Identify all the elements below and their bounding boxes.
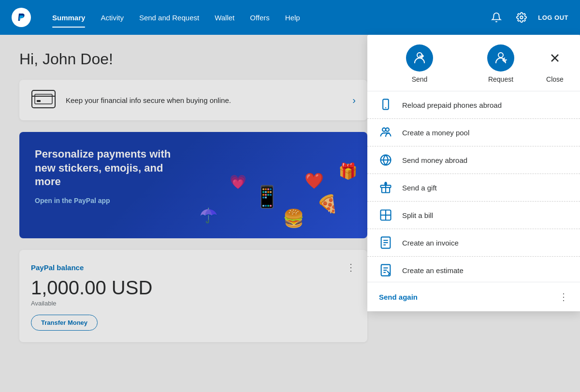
menu-item-text-split-bill: Split a bill — [402, 211, 433, 219]
menu-item-text-money-pool: Create a money pool — [402, 129, 469, 137]
nav-links: Summary Activity Send and Request Wallet… — [46, 10, 488, 26]
svg-point-6 — [498, 53, 503, 58]
request-label: Request — [488, 75, 513, 83]
send-again-menu-button[interactable]: ⋮ — [559, 291, 568, 303]
svg-point-10 — [385, 107, 386, 108]
settings-button[interactable] — [513, 9, 530, 26]
menu-item-reload-phones[interactable]: Reload prepaid phones abroad — [367, 91, 580, 119]
request-icon-circle — [487, 44, 514, 72]
globe-icon — [379, 153, 392, 167]
svg-point-0 — [521, 16, 523, 19]
people-icon — [379, 126, 392, 139]
menu-item-text-create-invoice: Create an invoice — [402, 239, 459, 247]
svg-point-12 — [386, 128, 389, 131]
svg-point-5 — [417, 53, 422, 58]
menu-item-split-bill[interactable]: Split a bill — [367, 202, 580, 229]
gift-icon — [379, 181, 392, 194]
send-icon-circle — [406, 44, 433, 72]
notifications-button[interactable] — [488, 9, 505, 26]
nav-right: LOG OUT — [488, 9, 568, 26]
nav-help[interactable]: Help — [279, 10, 306, 26]
request-action[interactable]: Request — [460, 44, 541, 83]
menu-item-create-invoice[interactable]: Create an invoice — [367, 229, 580, 257]
panel-close-button[interactable]: Close — [541, 44, 568, 83]
menu-item-text-send-abroad: Send money abroad — [402, 156, 467, 164]
nav-wallet[interactable]: Wallet — [209, 10, 240, 26]
menu-item-text-create-estimate: Create an estimate — [402, 266, 464, 275]
panel-top-actions: Send Request — [367, 35, 580, 91]
menu-item-send-abroad[interactable]: Send money abroad — [367, 146, 580, 174]
send-again-title: Send again — [379, 293, 418, 301]
menu-item-text-send-gift: Send a gift — [402, 184, 437, 192]
close-icon — [541, 44, 568, 72]
send-action[interactable]: Send — [379, 44, 460, 83]
send-again-section: Send again ⋮ — [367, 282, 580, 311]
menu-item-money-pool[interactable]: Create a money pool — [367, 119, 580, 146]
logout-button[interactable]: LOG OUT — [538, 14, 568, 21]
paypal-logo[interactable] — [12, 8, 31, 27]
invoice-icon — [379, 236, 392, 249]
send-request-panel: Send Request — [367, 35, 580, 311]
estimate-icon — [379, 263, 392, 277]
navbar: Summary Activity Send and Request Wallet… — [0, 0, 580, 35]
menu-item-send-gift[interactable]: Send a gift — [367, 174, 580, 202]
menu-item-text-reload-phones: Reload prepaid phones abroad — [402, 101, 502, 109]
nav-summary[interactable]: Summary — [46, 10, 91, 26]
menu-item-create-estimate[interactable]: Create an estimate — [367, 257, 580, 284]
phone-icon — [379, 98, 392, 112]
nav-offers[interactable]: Offers — [244, 10, 276, 26]
send-label: Send — [412, 75, 428, 83]
bill-icon — [379, 208, 392, 222]
menu-items-list: Reload prepaid phones abroad Create a mo… — [367, 91, 580, 311]
nav-send-request[interactable]: Send and Request — [133, 10, 205, 26]
nav-activity[interactable]: Activity — [95, 10, 130, 26]
close-label: Close — [546, 75, 564, 83]
